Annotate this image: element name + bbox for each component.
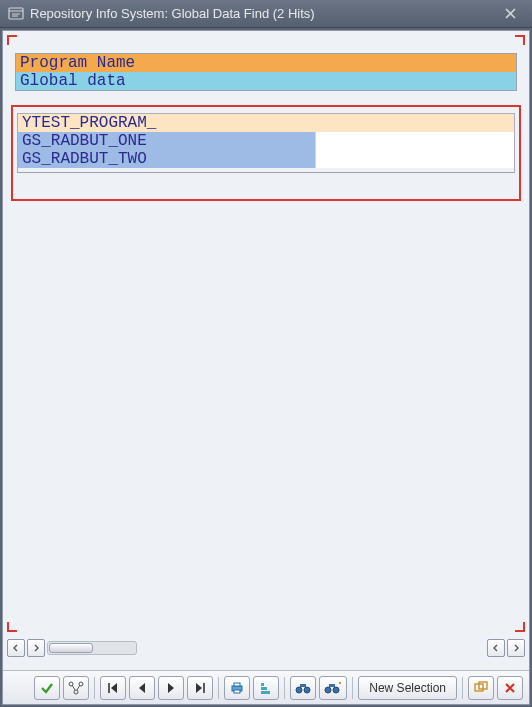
window-title: Repository Info System: Global Data Find… xyxy=(30,6,502,21)
first-page-button[interactable] xyxy=(100,676,126,700)
selection-corner xyxy=(515,35,525,45)
header-program-name: Program Name xyxy=(16,54,516,72)
svg-point-14 xyxy=(304,687,310,693)
svg-point-16 xyxy=(325,687,331,693)
first-icon xyxy=(106,682,120,694)
client-area: Program Name Global data YTEST_PROGRAM_ … xyxy=(2,30,530,705)
titlebar[interactable]: Repository Info System: Global Data Find… xyxy=(0,0,532,28)
svg-rect-18 xyxy=(329,684,335,687)
horizontal-scroll-area xyxy=(7,635,525,661)
svg-point-17 xyxy=(333,687,339,693)
last-icon xyxy=(193,682,207,694)
scroll-left-button-2[interactable] xyxy=(487,639,505,657)
copy-button[interactable] xyxy=(468,676,494,700)
toolbar-separator xyxy=(352,677,353,699)
cancel-button[interactable] xyxy=(497,676,523,700)
selection-corner xyxy=(515,622,525,632)
binoculars-plus-icon xyxy=(324,681,342,695)
accept-button[interactable] xyxy=(34,676,60,700)
svg-rect-8 xyxy=(234,683,240,686)
where-used-button[interactable] xyxy=(63,676,89,700)
header-global-data: Global data xyxy=(16,72,516,90)
find-button[interactable] xyxy=(290,676,316,700)
new-selection-button[interactable]: New Selection xyxy=(358,676,457,700)
toolbar-separator xyxy=(218,677,219,699)
sort-icon xyxy=(259,681,273,695)
hscroll-track[interactable] xyxy=(47,641,137,655)
check-icon xyxy=(40,681,54,695)
overlap-windows-icon xyxy=(473,681,489,695)
new-selection-label: New Selection xyxy=(369,681,446,695)
binoculars-icon xyxy=(295,681,311,695)
toolbar-separator xyxy=(462,677,463,699)
result-list: YTEST_PROGRAM_ GS_RADBUT_ONE GS_RADBUT_T… xyxy=(17,113,515,173)
prev-page-button[interactable] xyxy=(129,676,155,700)
toolbar-separator xyxy=(94,677,95,699)
data-row[interactable]: GS_RADBUT_ONE xyxy=(18,132,514,150)
data-empty-cell xyxy=(316,150,514,168)
data-name-cell: GS_RADBUT_TWO xyxy=(18,150,316,168)
next-page-button[interactable] xyxy=(158,676,184,700)
program-row[interactable]: YTEST_PROGRAM_ xyxy=(18,114,514,132)
scroll-right-button-2[interactable] xyxy=(507,639,525,657)
svg-rect-11 xyxy=(261,687,267,690)
selection-corner xyxy=(7,622,17,632)
hierarchy-icon xyxy=(68,681,84,695)
data-row[interactable]: GS_RADBUT_TWO xyxy=(18,150,514,168)
svg-rect-9 xyxy=(234,690,240,693)
toolbar-separator xyxy=(284,677,285,699)
scroll-right-button[interactable] xyxy=(27,639,45,657)
column-header-block: Program Name Global data xyxy=(15,53,517,91)
svg-rect-12 xyxy=(261,691,270,694)
list-separator xyxy=(18,172,514,173)
sort-button[interactable] xyxy=(253,676,279,700)
svg-point-6 xyxy=(74,690,78,694)
data-name-cell: GS_RADBUT_ONE xyxy=(18,132,316,150)
content-canvas: Program Name Global data YTEST_PROGRAM_ … xyxy=(3,31,529,670)
dialog-window: Repository Info System: Global Data Find… xyxy=(0,0,532,707)
selection-corner xyxy=(7,35,17,45)
prev-icon xyxy=(136,682,148,694)
last-page-button[interactable] xyxy=(187,676,213,700)
find-next-button[interactable] xyxy=(319,676,347,700)
svg-point-13 xyxy=(296,687,302,693)
data-empty-cell xyxy=(316,132,514,150)
scroll-left-button[interactable] xyxy=(7,639,25,657)
highlight-frame: YTEST_PROGRAM_ GS_RADBUT_ONE GS_RADBUT_T… xyxy=(11,105,521,201)
next-icon xyxy=(165,682,177,694)
hscroll-thumb[interactable] xyxy=(49,643,93,653)
bottom-toolbar: New Selection xyxy=(3,670,529,704)
cancel-icon xyxy=(504,682,516,694)
svg-rect-10 xyxy=(261,683,264,686)
close-button[interactable] xyxy=(502,4,524,24)
print-icon xyxy=(230,681,244,695)
print-button[interactable] xyxy=(224,676,250,700)
app-icon xyxy=(8,6,24,22)
svg-rect-15 xyxy=(300,684,306,687)
